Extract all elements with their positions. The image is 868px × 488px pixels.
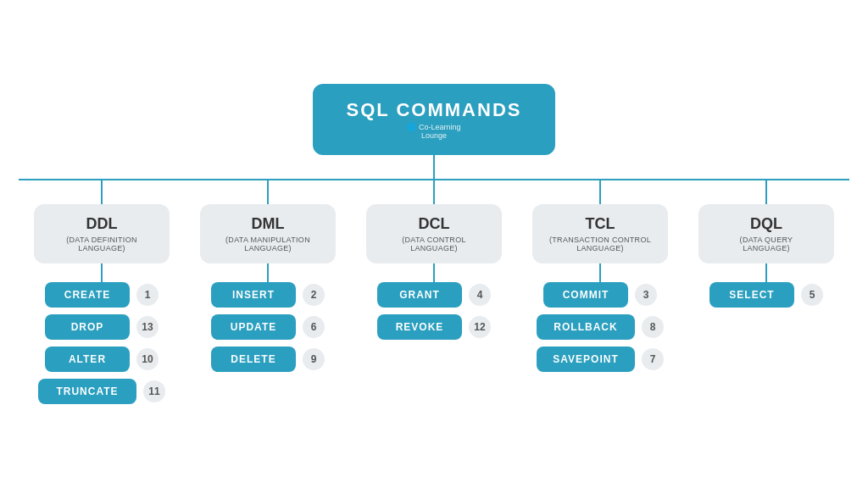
select-btn: SELECT xyxy=(709,282,794,308)
brand-logo: 🌐 Co-LearningLounge xyxy=(347,123,522,140)
rollback-btn: ROLLBACK xyxy=(537,314,635,340)
savepoint-btn: SAVEPOINT xyxy=(537,347,635,372)
delete-btn: DELETE xyxy=(211,347,296,372)
insert-row: INSERT 2 xyxy=(211,282,325,308)
commit-row: COMMIT 3 xyxy=(543,282,657,308)
drop-row: DROP 13 xyxy=(45,314,159,340)
root-connector xyxy=(433,155,435,179)
commit-btn: COMMIT xyxy=(543,282,628,308)
dcl-top-connector xyxy=(433,180,435,204)
dql-subtitle: (DATA QUERYLANGUAGE) xyxy=(740,236,793,252)
tcl-subtitle: (TRANSACTION CONTROLLANGUAGE) xyxy=(549,236,651,252)
root-title: SQL COMMANDS xyxy=(347,99,522,121)
truncate-btn: TRUNCATE xyxy=(38,379,136,404)
dml-top-connector xyxy=(267,180,269,204)
alter-row: ALTER 10 xyxy=(45,347,159,372)
truncate-row: TRUNCATE 11 xyxy=(38,379,165,404)
truncate-num: 11 xyxy=(143,380,165,402)
categories-row: DDL (DATA DEFINITIONLANGUAGE) CREATE 1 D… xyxy=(19,180,849,404)
root-node: SQL COMMANDS 🌐 Co-LearningLounge xyxy=(313,84,556,155)
tcl-box: TCL (TRANSACTION CONTROLLANGUAGE) xyxy=(532,204,668,263)
dql-bottom-connector xyxy=(765,263,767,282)
dml-box: DML (DATA MANIPULATIONLANGUAGE) xyxy=(200,204,336,263)
insert-num: 2 xyxy=(303,284,325,306)
ddl-top-connector xyxy=(101,180,103,204)
ddl-commands: CREATE 1 DROP 13 ALTER 10 TRUNCATE 11 xyxy=(38,282,165,404)
grant-btn: GRANT xyxy=(377,282,462,308)
alter-btn: ALTER xyxy=(45,347,130,372)
dcl-column: DCL (DATA CONTROLLANGUAGE) GRANT 4 REVOK… xyxy=(351,180,517,340)
tcl-title: TCL xyxy=(586,215,615,233)
grant-num: 4 xyxy=(469,284,491,306)
ddl-subtitle: (DATA DEFINITIONLANGUAGE) xyxy=(66,236,136,252)
revoke-num: 12 xyxy=(469,316,491,338)
dml-bottom-connector xyxy=(267,263,269,282)
dql-column: DQL (DATA QUERYLANGUAGE) SELECT 5 xyxy=(683,180,849,308)
dql-title: DQL xyxy=(750,215,782,233)
delete-num: 9 xyxy=(303,348,325,370)
tcl-bottom-connector xyxy=(599,263,601,282)
rollback-row: ROLLBACK 8 xyxy=(537,314,664,340)
update-btn: UPDATE xyxy=(211,314,296,340)
dcl-bottom-connector xyxy=(433,263,435,282)
ddl-title: DDL xyxy=(86,215,118,233)
tcl-commands: COMMIT 3 ROLLBACK 8 SAVEPOINT 7 xyxy=(537,282,664,372)
create-btn: CREATE xyxy=(45,282,130,308)
dql-top-connector xyxy=(765,180,767,204)
ddl-bottom-connector xyxy=(101,263,103,282)
dql-commands: SELECT 5 xyxy=(709,282,823,308)
dcl-title: DCL xyxy=(419,215,450,233)
revoke-row: REVOKE 12 xyxy=(377,314,491,340)
dml-commands: INSERT 2 UPDATE 6 DELETE 9 xyxy=(211,282,325,372)
update-num: 6 xyxy=(303,316,325,338)
dml-subtitle: (DATA MANIPULATIONLANGUAGE) xyxy=(225,236,310,252)
grant-row: GRANT 4 xyxy=(377,282,491,308)
savepoint-row: SAVEPOINT 7 xyxy=(537,347,664,372)
tcl-column: TCL (TRANSACTION CONTROLLANGUAGE) COMMIT… xyxy=(517,180,683,372)
dcl-subtitle: (DATA CONTROLLANGUAGE) xyxy=(402,236,466,252)
create-num: 1 xyxy=(136,284,159,306)
revoke-btn: REVOKE xyxy=(377,314,462,340)
ddl-column: DDL (DATA DEFINITIONLANGUAGE) CREATE 1 D… xyxy=(19,180,185,404)
drop-num: 13 xyxy=(136,316,159,338)
delete-row: DELETE 9 xyxy=(211,347,325,372)
insert-btn: INSERT xyxy=(211,282,296,308)
alter-num: 10 xyxy=(136,348,159,370)
commit-num: 3 xyxy=(635,284,657,306)
ddl-box: DDL (DATA DEFINITIONLANGUAGE) xyxy=(34,204,170,263)
dcl-box: DCL (DATA CONTROLLANGUAGE) xyxy=(366,204,502,263)
dql-box: DQL (DATA QUERYLANGUAGE) xyxy=(698,204,834,263)
dml-title: DML xyxy=(252,215,285,233)
savepoint-num: 7 xyxy=(642,348,664,370)
drop-btn: DROP xyxy=(45,314,130,340)
rollback-num: 8 xyxy=(642,316,664,338)
create-row: CREATE 1 xyxy=(45,282,159,308)
update-row: UPDATE 6 xyxy=(211,314,325,340)
sql-commands-diagram: SQL COMMANDS 🌐 Co-LearningLounge DDL (DA… xyxy=(19,84,849,404)
dcl-commands: GRANT 4 REVOKE 12 xyxy=(377,282,491,340)
select-num: 5 xyxy=(801,284,823,306)
tcl-top-connector xyxy=(599,180,601,204)
dml-column: DML (DATA MANIPULATIONLANGUAGE) INSERT 2… xyxy=(185,180,351,372)
select-row: SELECT 5 xyxy=(709,282,823,308)
